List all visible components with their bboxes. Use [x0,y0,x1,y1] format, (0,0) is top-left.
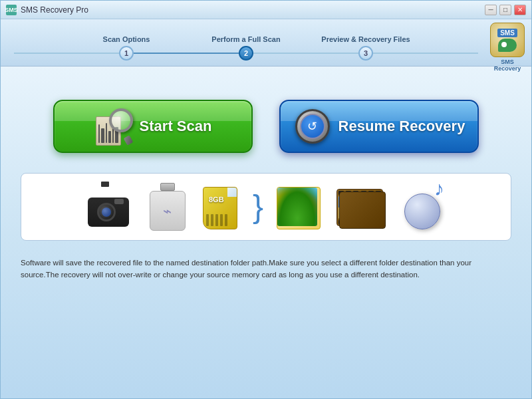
sd-stripes [206,214,227,226]
close-button[interactable]: ✕ [514,5,526,15]
clock-outer: ↺ [295,109,330,144]
music-icon: ♪ [400,184,444,229]
step-line-after-3 [373,53,478,54]
usb-connector [160,183,175,191]
step-line-2-3 [253,53,358,54]
app-icon: SMS [6,5,17,15]
usb-drive-icon: ⌁ [148,183,188,231]
window-controls: ─ □ ✕ [485,5,526,15]
camera-lens [97,203,116,221]
step-2-label: Perform a Full Scan [211,35,280,43]
camera-flash [114,199,124,204]
brace-icon: } [253,191,263,223]
sd-stripe [215,214,218,226]
sd-stripe [211,214,213,226]
minimize-button[interactable]: ─ [485,5,497,15]
action-buttons-row: Start Scan ↺ Resume Recovery [21,100,511,153]
clock-arrow: ↺ [307,119,317,134]
camera-icon [88,187,134,227]
sd-card-body: 8GB [203,187,237,229]
progress-header: Scan Options 1 Perform a Full Scan 2 Pre… [1,19,531,66]
step-1-wrapper: Scan Options 1 [119,46,134,61]
music-note: ♪ [434,178,444,200]
step-line-before-1 [14,53,119,54]
clock-inner: ↺ [300,114,325,139]
titlebar: SMS SMS Recovery Pro ─ □ ✕ [1,1,531,19]
film-icon [336,185,387,229]
scan-icon [94,107,133,146]
maximize-button[interactable]: □ [499,5,511,15]
step-2-wrapper: Perform a Full Scan 2 [239,46,253,61]
camera-body [88,198,129,227]
logo-badge: SMS [490,23,525,57]
sd-card-icon: 8GB [201,184,239,229]
step-1-dot: 1 [119,46,134,61]
photo-bg [277,187,321,229]
sd-stripe [206,214,209,226]
step-1-label: Scan Options [103,35,150,43]
resume-icon: ↺ [293,107,332,146]
step-2-dot: 2 [239,46,253,61]
sd-label: 8GB [209,196,224,203]
film-strip-shadow [339,192,386,229]
start-scan-button[interactable]: Start Scan [53,100,253,153]
sd-stripe [220,214,223,226]
sd-notch [227,188,237,197]
icons-strip: ⌁ 8GB } [21,173,511,241]
logo-sms-text: SMS [497,29,517,37]
resume-recovery-button[interactable]: ↺ Resume Recovery [279,100,479,153]
usb-symbol: ⌁ [160,203,176,219]
step-3-dot: 3 [358,46,373,61]
step-3-label: Preview & Recovery Files [321,35,410,43]
photo-flower [277,188,317,226]
app-title: SMS Recovery Pro [21,5,485,15]
logo-label: SMSRecovery [494,59,521,72]
resume-recovery-label: Resume Recovery [338,118,466,135]
logo-bubble [498,39,517,52]
step-3-wrapper: Preview & Recovery Files 3 [358,46,373,61]
logo-area: SMS SMSRecovery [490,23,525,72]
usb-body: ⌁ [150,191,186,231]
start-scan-label: Start Scan [140,118,212,135]
sd-stripe [225,214,227,226]
main-content: Start Scan ↺ Resume Recovery [1,66,531,398]
photo-icon [277,184,323,229]
disclaimer-text: Software will save the recovered file to… [21,257,511,281]
camera-viewfinder [101,182,109,187]
step-line-1-2 [134,53,239,54]
steps-track: Scan Options 1 Perform a Full Scan 2 Pre… [14,46,478,61]
